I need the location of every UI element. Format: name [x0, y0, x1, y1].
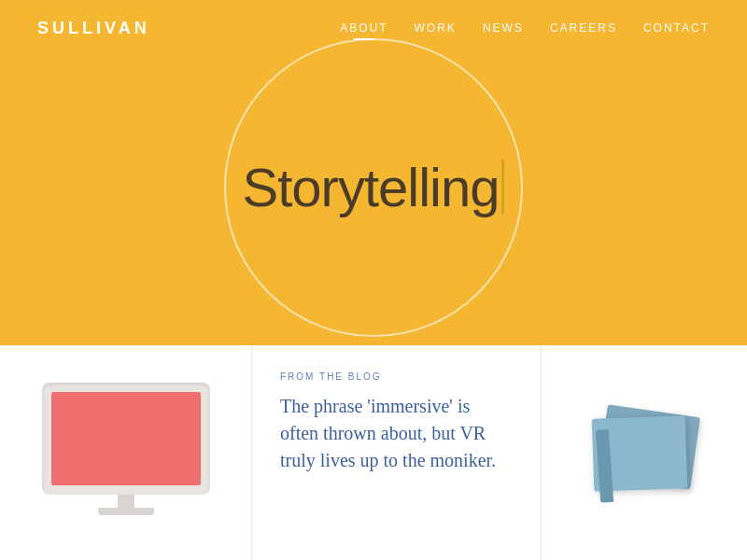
cursor-icon	[501, 160, 504, 214]
site-logo[interactable]: SULLIVAN	[37, 19, 150, 38]
nav-link-contact[interactable]: CONTACT	[643, 21, 710, 35]
bottom-section: FROM THE BLOG The phrase 'immersive' is …	[0, 345, 747, 560]
blog-excerpt[interactable]: The phrase 'immersive' is often thrown a…	[280, 393, 513, 474]
hero-arrow-icon	[360, 343, 387, 345]
nav-link-careers[interactable]: CAREERS	[550, 21, 617, 35]
blog-column: FROM THE BLOG The phrase 'immersive' is …	[252, 345, 542, 560]
monitor-outer	[42, 383, 210, 495]
books-column	[542, 345, 747, 560]
hero-text-container: Storytelling	[243, 156, 505, 218]
monitor-stand-neck	[118, 495, 134, 508]
monitor-screen	[51, 392, 201, 485]
nav-link-news[interactable]: NEWS	[483, 21, 524, 35]
blog-tag[interactable]: FROM THE BLOG	[280, 371, 513, 382]
nav-link-about[interactable]: ABOUT	[340, 21, 388, 35]
hero-section: SULLIVAN ABOUT WORK NEWS CAREERS CONTACT…	[0, 0, 747, 345]
book-spine	[596, 429, 613, 503]
nav-link-work[interactable]: WORK	[415, 21, 457, 35]
hero-title: Storytelling	[243, 156, 500, 218]
nav-links-container: ABOUT WORK NEWS CAREERS CONTACT	[340, 21, 710, 35]
monitor-stand-base	[98, 508, 154, 515]
monitor-column	[0, 345, 252, 560]
books-illustration	[588, 406, 700, 499]
monitor-illustration	[42, 383, 210, 523]
book-front	[592, 415, 688, 491]
